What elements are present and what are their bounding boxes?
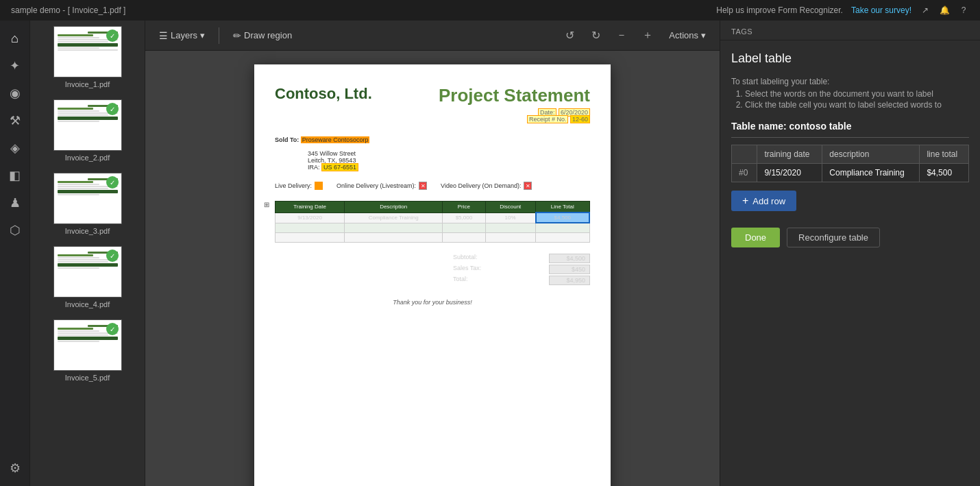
grid-col-description[interactable]: description bbox=[822, 145, 920, 164]
cell-price-1 bbox=[443, 223, 485, 233]
share-icon[interactable]: ↗ bbox=[920, 5, 931, 16]
ira-row: IRA: US 67-6551 bbox=[308, 164, 590, 171]
layers-chevron-icon: ▾ bbox=[200, 30, 205, 40]
sidebar-item-person[interactable]: ♟ bbox=[3, 191, 27, 215]
add-row-button[interactable]: + Add row bbox=[731, 191, 796, 211]
file-panel: ✓ Invoice_1.pdf ✓ bbox=[30, 21, 145, 486]
sold-to-label: Sold To: bbox=[275, 136, 299, 143]
cell-discount-0[interactable]: 10% bbox=[485, 212, 535, 223]
sidebar-item-lightbulb[interactable]: ◈ bbox=[3, 136, 27, 160]
sidebar-item-doc[interactable]: ◧ bbox=[3, 163, 27, 188]
file-name-4: Invoice_4.pdf bbox=[65, 300, 110, 308]
sales-tax-row: Sales Tax: $450 bbox=[453, 265, 590, 274]
grid-col-training-date[interactable]: training date bbox=[757, 145, 822, 164]
right-panel-content: Label table To start labeling your table… bbox=[720, 40, 980, 486]
center-area: ☰ Layers ▾ ✏ Draw region ↺ ↻ － ＋ Actions… bbox=[145, 21, 720, 486]
footer-text: Thank you for your business! bbox=[393, 299, 472, 306]
live-delivery-label: Live Delivery: bbox=[275, 182, 312, 189]
layers-icon: ☰ bbox=[159, 30, 168, 41]
icon-sidebar: ⌂ ✦ ◉ ⚒ ◈ ◧ ♟ ⬡ ⚙ bbox=[0, 21, 30, 486]
sales-tax-value: $450 bbox=[549, 265, 590, 274]
cell-discount-1 bbox=[485, 223, 535, 233]
sidebar-item-tools[interactable]: ⚒ bbox=[3, 108, 27, 133]
toolbar: ☰ Layers ▾ ✏ Draw region ↺ ↻ － ＋ Actions… bbox=[145, 21, 720, 51]
bell-icon[interactable]: 🔔 bbox=[939, 5, 950, 16]
file-badge-5: ✓ bbox=[106, 323, 119, 335]
ira-label: IRA: bbox=[308, 164, 320, 171]
col-training-date: Training Date bbox=[275, 202, 345, 213]
live-delivery: Live Delivery: bbox=[275, 182, 323, 190]
doc-header: Contoso, Ltd. Project Statement Date: 6/… bbox=[275, 85, 590, 123]
refresh-back-button[interactable]: ↺ bbox=[559, 25, 580, 46]
draw-region-button[interactable]: ✏ Draw region bbox=[228, 27, 297, 44]
sales-tax-label: Sales Tax: bbox=[453, 265, 481, 274]
instructions-intro: To start labeling your table: bbox=[731, 77, 969, 86]
file-thumbnail-3: ✓ bbox=[53, 173, 122, 224]
label-table-title: Label table bbox=[731, 51, 969, 66]
actions-button[interactable]: Actions ▾ bbox=[663, 27, 711, 43]
sold-to-name: Proseware Contosocorp bbox=[301, 136, 370, 143]
file-badge-1: ✓ bbox=[106, 29, 119, 42]
table-row-2 bbox=[275, 233, 590, 243]
sidebar-item-people[interactable]: ◉ bbox=[3, 81, 27, 106]
file-thumbnail-2: ✓ bbox=[53, 99, 122, 151]
actions-chevron-icon: ▾ bbox=[701, 30, 706, 40]
file-name-2: Invoice_2.pdf bbox=[65, 154, 110, 162]
video-delivery-label: Video Delivery (On Demand): bbox=[441, 182, 521, 189]
file-item-3[interactable]: ✓ Invoice_3.pdf bbox=[30, 167, 145, 241]
sidebar-item-tag[interactable]: ✦ bbox=[3, 53, 27, 78]
live-delivery-checkbox bbox=[315, 182, 323, 190]
instruction-1: Select the words on the document you wan… bbox=[745, 89, 969, 99]
grid-cell-desc-0[interactable]: Compliance Training bbox=[822, 164, 920, 182]
file-item-1[interactable]: ✓ Invoice_1.pdf bbox=[30, 21, 145, 94]
cell-desc-2 bbox=[345, 233, 443, 243]
col-description: Description bbox=[345, 202, 443, 213]
video-delivery: Video Delivery (On Demand): ✕ bbox=[441, 182, 532, 190]
survey-link[interactable]: Take our survey! bbox=[851, 5, 911, 15]
cell-linetotal-0[interactable]: $4,500 bbox=[536, 212, 589, 223]
subtotal-label: Subtotal: bbox=[453, 254, 478, 263]
table-row-1 bbox=[275, 223, 590, 233]
cell-date-2 bbox=[275, 233, 345, 243]
receipt-value: 12-60 bbox=[570, 115, 590, 123]
grid-cell-linetotal-0[interactable]: $4,500 bbox=[920, 164, 969, 182]
draw-region-label: Draw region bbox=[244, 30, 292, 40]
refresh-fwd-button[interactable]: ↻ bbox=[585, 25, 606, 46]
address-line: 345 Willow Street bbox=[308, 150, 590, 157]
help-icon[interactable]: ? bbox=[958, 5, 969, 16]
sidebar-item-home[interactable]: ⌂ bbox=[3, 26, 27, 51]
cell-linetotal-2 bbox=[536, 233, 589, 243]
file-thumbnail-4: ✓ bbox=[53, 246, 122, 297]
col-price: Price bbox=[443, 202, 485, 213]
cell-desc-0[interactable]: Compliance Training bbox=[345, 212, 443, 223]
file-item-2[interactable]: ✓ Invoice_2.pdf bbox=[30, 94, 145, 167]
instruction-2: Click the table cell you want to label s… bbox=[745, 100, 969, 110]
layers-button[interactable]: ☰ Layers ▾ bbox=[154, 27, 210, 44]
right-panel: Tags Label table To start labeling your … bbox=[720, 21, 980, 486]
grid-row-0: #0 9/15/2020 Compliance Training $4,500 bbox=[732, 164, 969, 182]
doc-footer: Thank you for your business! bbox=[275, 299, 590, 306]
grid-cell-date-0[interactable]: 9/15/2020 bbox=[757, 164, 822, 182]
grid-col-line-total[interactable]: line total bbox=[920, 145, 969, 164]
zoom-in-button[interactable]: ＋ bbox=[637, 25, 658, 46]
tags-label: Tags bbox=[731, 27, 969, 36]
zoom-out-button[interactable]: － bbox=[611, 25, 632, 46]
cell-date-0[interactable]: 9/13/2020 bbox=[275, 212, 345, 223]
add-row-label: Add row bbox=[752, 196, 785, 206]
sidebar-item-settings[interactable]: ⚙ bbox=[3, 456, 27, 481]
ira-value: US 67-6551 bbox=[321, 163, 358, 171]
cell-price-2 bbox=[443, 233, 485, 243]
layers-label: Layers bbox=[171, 30, 197, 40]
file-item-5[interactable]: ✓ Invoice_5.pdf bbox=[30, 314, 145, 387]
doc-delivery: Live Delivery: Online Delivery (Livestre… bbox=[275, 182, 590, 190]
file-item-4[interactable]: ✓ Invoice_4.pdf bbox=[30, 241, 145, 314]
doc-data-table: Training Date Description Price Discount… bbox=[275, 201, 590, 243]
right-panel-header: Tags bbox=[720, 21, 980, 40]
table-name: Table name: contoso table bbox=[731, 121, 969, 138]
table-row-0: 9/13/2020 Compliance Training $5,000 10%… bbox=[275, 212, 590, 223]
cell-price-0[interactable]: $5,000 bbox=[443, 212, 485, 223]
document-viewer[interactable]: Contoso, Ltd. Project Statement Date: 6/… bbox=[145, 51, 720, 486]
done-button[interactable]: Done bbox=[731, 228, 780, 247]
reconfigure-button[interactable]: Reconfigure table bbox=[787, 228, 880, 247]
sidebar-item-label[interactable]: ⬡ bbox=[3, 218, 27, 243]
